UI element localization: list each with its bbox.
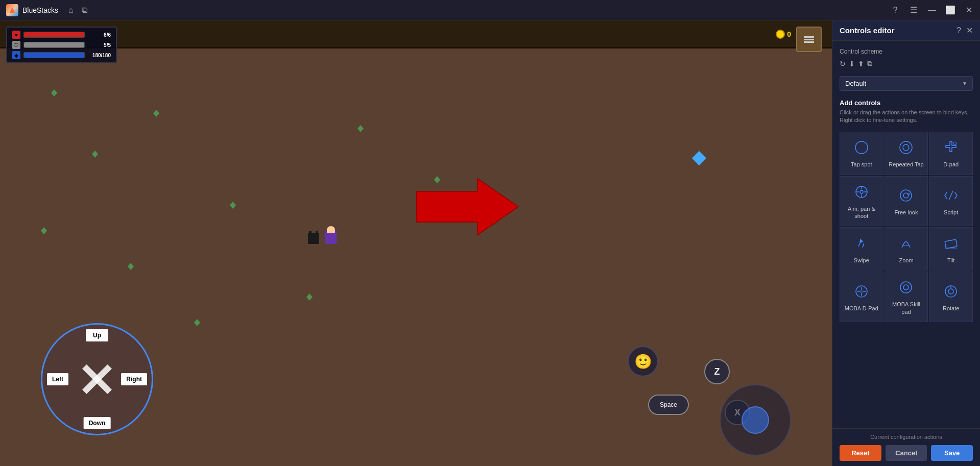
svg-point-14 — [860, 190, 863, 193]
scheme-export-icon[interactable]: ⬆ — [858, 60, 864, 68]
health-value: 6/6 — [88, 32, 111, 38]
moba-skill-pad-icon — [897, 278, 915, 297]
controls-editor-panel: Controls editor ? ✕ Control scheme ↻ ⬇ ⬆… — [832, 20, 980, 466]
svg-point-5 — [855, 141, 868, 154]
app-name: BlueStacks — [22, 6, 58, 14]
control-scheme-label: Control scheme — [840, 48, 973, 55]
crystal-7 — [306, 293, 313, 301]
help-button[interactable]: ? — [890, 5, 900, 15]
hamburger-menu-button[interactable]: ☰ — [909, 5, 919, 15]
scheme-value: Default — [845, 80, 866, 87]
repeated-tap-icon — [897, 138, 915, 157]
dpad-left-button[interactable]: Left — [47, 373, 68, 385]
crystal-5 — [230, 202, 236, 209]
smiley-button[interactable]: 🙂 — [628, 346, 658, 377]
moba-d-pad-label: MOBA D-Pad — [845, 305, 878, 312]
health-row: ♥ 6/6 — [12, 31, 111, 39]
cancel-button[interactable]: Cancel — [886, 445, 927, 461]
tap-spot-label: Tap spot — [851, 161, 872, 168]
repeated-tap-label: Repeated Tap — [889, 161, 923, 168]
dpad-down-button[interactable]: Down — [84, 417, 111, 429]
coin-icon — [776, 30, 785, 39]
svg-point-23 — [860, 290, 863, 293]
add-controls-desc: Click or drag the actions on the screen … — [840, 109, 973, 125]
stamina-bar — [23, 42, 85, 48]
control-zoom[interactable]: Zoom — [885, 227, 928, 271]
control-rotate[interactable]: Rotate — [929, 272, 973, 322]
svg-point-8 — [953, 142, 957, 145]
game-viewport: ♥ 6/6 🛡 5/5 ◆ 180/180 — [0, 20, 832, 466]
maximize-button[interactable]: ⬜ — [945, 5, 955, 15]
control-tap-spot[interactable]: Tap spot — [840, 132, 883, 175]
svg-rect-20 — [945, 239, 957, 249]
scheme-refresh-icon[interactable]: ↻ — [840, 60, 846, 68]
dpad-up-button[interactable]: Up — [86, 329, 108, 341]
heart-icon: ♥ — [12, 31, 20, 39]
space-button[interactable]: Space — [648, 395, 689, 415]
footer-buttons: Reset Cancel Save — [840, 445, 973, 461]
panel-footer: Current configuration actions Reset Canc… — [832, 428, 980, 466]
moba-d-pad-icon — [852, 282, 871, 301]
close-button[interactable]: ✕ — [964, 5, 974, 15]
stamina-row: 🛡 5/5 — [12, 41, 111, 49]
mana-row: ◆ 180/180 — [12, 51, 111, 59]
add-controls-title: Add controls — [840, 99, 973, 107]
coin-display: 0 — [776, 30, 791, 39]
control-aim-pan-shoot[interactable]: Aim, pan & shoot — [840, 176, 883, 227]
crystal-9 — [194, 319, 200, 326]
save-button[interactable]: Save — [931, 445, 973, 461]
pixel-cat — [308, 233, 319, 244]
moba-skill-pad-label: MOBA Skill pad — [888, 301, 925, 315]
control-tilt[interactable]: Tilt — [929, 227, 973, 271]
svg-line-18 — [949, 191, 953, 200]
panel-close-icon[interactable]: ✕ — [966, 26, 973, 35]
panel-header: Controls editor ? ✕ — [832, 20, 980, 41]
title-bar-nav-icons: ⌂ ⧉ — [68, 6, 87, 15]
right-joystick[interactable] — [720, 384, 791, 456]
scheme-copy-icon[interactable]: ⧉ — [867, 59, 872, 68]
control-moba-d-pad[interactable]: MOBA D-Pad — [840, 272, 883, 322]
z-button-label: Z — [714, 366, 720, 377]
d-pad-label: D-pad — [943, 161, 959, 168]
crystal-1 — [51, 89, 57, 96]
control-free-look[interactable]: Free look — [885, 176, 928, 227]
svg-point-6 — [900, 141, 912, 154]
scheme-select[interactable]: Default ▼ — [840, 76, 973, 91]
svg-point-25 — [903, 285, 909, 290]
shield-icon: 🛡 — [12, 41, 20, 49]
main-area: ♥ 6/6 🛡 5/5 ◆ 180/180 — [0, 20, 980, 466]
reset-button[interactable]: Reset — [840, 445, 881, 461]
dpad-right-button[interactable]: Right — [121, 373, 147, 385]
character-area — [308, 230, 337, 244]
panel-help-icon[interactable]: ? — [957, 26, 961, 35]
scheme-import-icon[interactable]: ⬇ — [849, 60, 855, 68]
control-script[interactable]: Script — [929, 176, 973, 227]
layout-icon[interactable]: ⧉ — [82, 6, 87, 15]
free-look-icon — [897, 186, 915, 205]
minimize-button[interactable]: — — [927, 5, 937, 15]
svg-rect-3 — [804, 41, 814, 43]
z-button[interactable]: Z — [704, 359, 730, 384]
coin-value: 0 — [787, 30, 791, 38]
home-icon[interactable]: ⌂ — [68, 6, 74, 15]
svg-point-24 — [900, 282, 912, 293]
inventory-button[interactable] — [796, 27, 822, 52]
scheme-row: ↻ ⬇ ⬆ ⧉ — [840, 59, 973, 68]
rotate-label: Rotate — [943, 305, 959, 312]
svg-marker-0 — [9, 7, 15, 13]
free-look-label: Free look — [895, 209, 918, 216]
tap-spot-icon — [852, 138, 871, 157]
control-d-pad[interactable]: D-pad — [929, 132, 973, 175]
swipe-icon — [852, 234, 871, 253]
d-pad-icon — [942, 138, 960, 157]
control-repeated-tap[interactable]: Repeated Tap — [885, 132, 928, 175]
crystal-6 — [128, 263, 134, 270]
stamina-value: 5/5 — [88, 42, 111, 48]
control-swipe[interactable]: Swipe — [840, 227, 883, 271]
health-bar-fill — [24, 32, 84, 37]
app-logo — [6, 4, 18, 16]
control-moba-skill-pad[interactable]: MOBA Skill pad — [885, 272, 928, 322]
zoom-icon — [897, 234, 915, 253]
health-bar — [23, 32, 85, 38]
chevron-down-icon: ▼ — [962, 81, 967, 86]
